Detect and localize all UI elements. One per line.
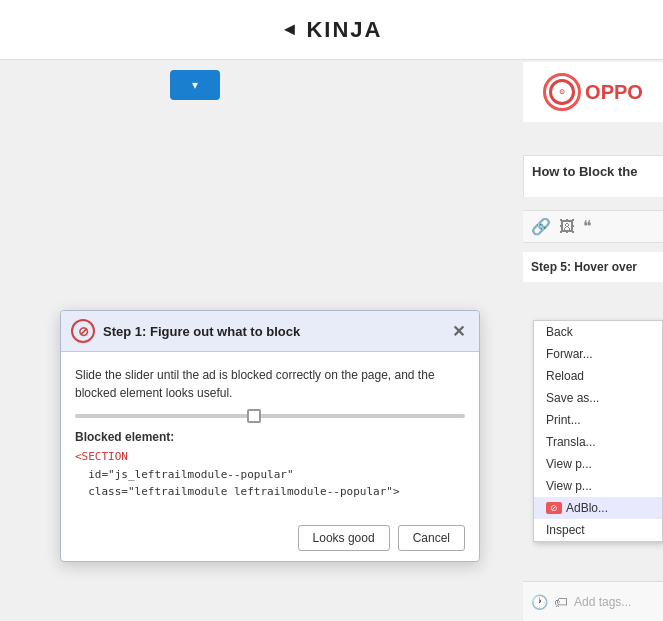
context-menu-forward[interactable]: Forwar... bbox=[534, 343, 662, 365]
article-card: How to Block the bbox=[523, 155, 663, 197]
kinja-logo: ◄ KINJA bbox=[281, 17, 383, 43]
looks-good-button[interactable]: Looks good bbox=[298, 525, 390, 551]
oppo-area: ⊙ OPPO bbox=[523, 62, 663, 122]
context-menu-view1[interactable]: View p... bbox=[534, 453, 662, 475]
context-menu-view2[interactable]: View p... bbox=[534, 475, 662, 497]
code-line-2: id="js_leftrailmodule--popular" bbox=[75, 468, 294, 481]
tags-placeholder[interactable]: Add tags... bbox=[574, 595, 631, 609]
slider-row bbox=[75, 414, 465, 418]
slider-track bbox=[75, 414, 465, 418]
code-line-1: <SECTION bbox=[75, 450, 128, 463]
toolbar-row: 🔗 🖼 ❝ bbox=[523, 210, 663, 243]
step5-label: Step 5: Hover over bbox=[531, 260, 637, 274]
context-menu-print[interactable]: Print... bbox=[534, 409, 662, 431]
step1-dialog: ⊘ Step 1: Figure out what to block ✕ Sli… bbox=[60, 310, 480, 562]
oppo-text: OPPO bbox=[585, 81, 643, 104]
kinja-arrow-icon: ◄ bbox=[281, 19, 301, 40]
image-icon[interactable]: 🖼 bbox=[559, 218, 575, 236]
blocked-code: <SECTION id="js_leftrailmodule--popular"… bbox=[75, 448, 465, 501]
quote-icon[interactable]: ❝ bbox=[583, 217, 592, 236]
context-menu-reload[interactable]: Reload bbox=[534, 365, 662, 387]
dialog-close-button[interactable]: ✕ bbox=[448, 322, 469, 341]
dropdown-button[interactable]: ▾ bbox=[170, 70, 220, 100]
blocked-label: Blocked element: bbox=[75, 430, 465, 444]
clock-icon: 🕐 bbox=[531, 594, 548, 610]
step5-area: Step 5: Hover over bbox=[523, 252, 663, 282]
tags-bar: 🕐 🏷 Add tags... bbox=[523, 581, 663, 621]
adblock-badge: ⊘ bbox=[546, 502, 562, 514]
block-icon-symbol: ⊘ bbox=[78, 324, 89, 339]
cancel-button[interactable]: Cancel bbox=[398, 525, 465, 551]
kinja-logo-text: KINJA bbox=[306, 17, 382, 43]
dialog-footer: Looks good Cancel bbox=[61, 519, 479, 561]
chevron-down-icon: ▾ bbox=[192, 78, 198, 92]
dialog-title: Step 1: Figure out what to block bbox=[103, 324, 440, 339]
dialog-block-icon: ⊘ bbox=[71, 319, 95, 343]
context-menu-adblock[interactable]: ⊘ AdBlo... bbox=[534, 497, 662, 519]
context-menu-back[interactable]: Back bbox=[534, 321, 662, 343]
dialog-body: Slide the slider until the ad is blocked… bbox=[61, 352, 479, 519]
context-menu-inspect[interactable]: Inspect bbox=[534, 519, 662, 541]
top-bar: ◄ KINJA bbox=[0, 0, 663, 60]
context-menu-translate[interactable]: Transla... bbox=[534, 431, 662, 453]
context-menu: Back Forwar... Reload Save as... Print..… bbox=[533, 320, 663, 542]
oppo-circle-logo: ⊙ bbox=[543, 73, 581, 111]
oppo-inner: ⊙ bbox=[559, 88, 565, 96]
code-line-3: class="leftrailmodule leftrailmodule--po… bbox=[75, 485, 400, 498]
link-icon[interactable]: 🔗 bbox=[531, 217, 551, 236]
dialog-description: Slide the slider until the ad is blocked… bbox=[75, 366, 465, 402]
slider-thumb[interactable] bbox=[247, 409, 261, 423]
context-menu-save[interactable]: Save as... bbox=[534, 387, 662, 409]
article-title: How to Block the bbox=[532, 164, 655, 181]
adblock-label: AdBlo... bbox=[566, 501, 608, 515]
dialog-header: ⊘ Step 1: Figure out what to block ✕ bbox=[61, 311, 479, 352]
tag-icon: 🏷 bbox=[554, 594, 568, 610]
